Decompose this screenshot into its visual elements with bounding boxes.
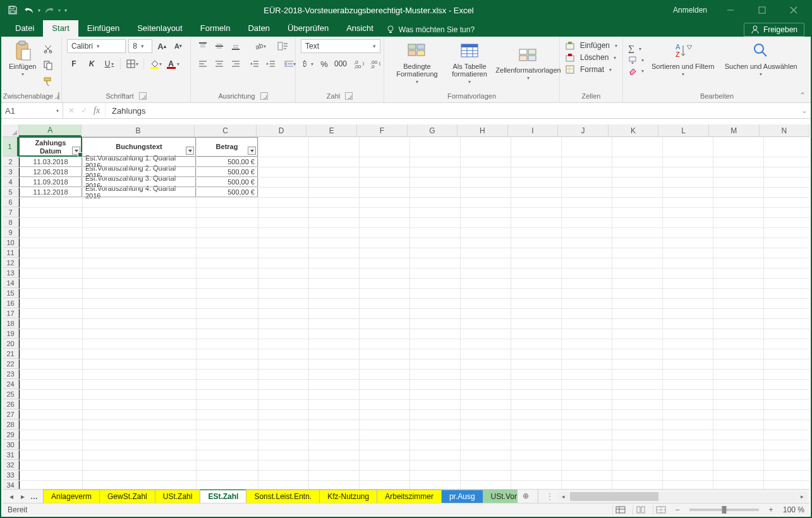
wrap-text-icon[interactable] [276,39,290,53]
underline-button[interactable]: U▾ [102,57,116,71]
table-header-cell[interactable]: Betrag [196,137,258,157]
font-name-combo[interactable]: Calibri▾ [67,39,126,53]
row-header[interactable]: 14 [3,278,18,288]
decrease-font-icon[interactable]: A▾ [171,39,185,53]
column-headers[interactable]: ABCDEFGHIJKLMN [19,124,809,137]
row-header[interactable]: 21 [3,349,18,359]
row-header[interactable]: 11 [3,248,18,258]
clipboard-dialog-launcher[interactable] [58,92,59,100]
align-left-icon[interactable] [196,57,210,71]
align-right-icon[interactable] [229,57,243,71]
conditional-formatting-button[interactable]: Bedingte Formatierung▾ [389,39,445,87]
row-header[interactable]: 19 [3,328,18,339]
save-icon[interactable] [5,3,20,18]
borders-icon[interactable]: ▾ [124,57,140,71]
row-header[interactable]: 4 [3,177,18,187]
sheet-tab[interactable]: USt.Vor [483,490,518,503]
column-header[interactable]: D [257,124,307,136]
table-cell[interactable]: 11.12.2018 [19,187,82,197]
page-break-view-icon[interactable] [653,505,669,515]
table-cell[interactable]: Est.Vorauszahlung 4. Quartal 2016 [82,187,196,197]
column-header[interactable]: K [609,124,659,136]
zoom-out-button[interactable]: − [673,505,682,514]
row-headers[interactable]: 1234567891011121314151617181920212223242… [3,137,19,489]
row-header[interactable]: 32 [3,460,18,470]
fx-icon[interactable]: fx [94,105,100,116]
column-header[interactable]: L [658,124,709,136]
sheet-tab[interactable]: Arbeitszimmer [377,490,442,503]
column-header[interactable]: E [306,124,357,136]
format-as-table-button[interactable]: Als Tabelle formatieren▾ [445,39,494,87]
column-header[interactable]: N [760,124,809,136]
row-header[interactable]: 2 [3,157,18,167]
tab-insert[interactable]: Einfügen [78,20,128,37]
autosum-button[interactable]: ∑▾ [628,44,644,54]
row-header[interactable]: 28 [3,419,18,430]
decrease-indent-icon[interactable] [248,57,262,71]
row-header[interactable]: 22 [3,359,18,369]
column-header[interactable]: A [19,124,82,136]
column-header[interactable]: B [82,124,195,136]
number-format-combo[interactable]: Text▾ [301,39,380,53]
align-bottom-icon[interactable] [229,39,243,53]
zoom-in-button[interactable]: + [767,505,775,514]
sheet-tab[interactable]: GewSt.Zahl [99,490,155,503]
align-top-icon[interactable] [196,39,210,53]
row-header[interactable]: 26 [3,399,18,409]
row-header[interactable]: 20 [3,339,18,349]
sheet-nav-more-icon[interactable]: … [29,492,39,501]
row-header[interactable]: 18 [3,318,18,328]
row-header[interactable]: 15 [3,288,18,298]
close-icon[interactable] [779,1,808,19]
delete-cells-button[interactable]: Löschen▾ [565,52,617,63]
table-cell[interactable]: 12.06.2018 [19,167,82,177]
table-cell[interactable]: 11.09.2018 [19,177,82,187]
row-header[interactable]: 25 [3,389,18,399]
maximize-icon[interactable] [748,1,777,19]
alignment-dialog-launcher[interactable] [260,92,268,100]
row-header[interactable]: 16 [3,298,18,308]
row-header[interactable]: 34 [3,480,18,489]
cell-styles-button[interactable]: Zellenformatvorlagen▾ [494,43,562,83]
share-button[interactable]: Freigeben [744,23,804,37]
formula-input[interactable]: Zahlungs [106,103,798,118]
table-cell[interactable]: 11.03.2018 [19,157,82,167]
sheet-tab[interactable]: USt.Zahl [155,490,201,503]
find-select-button[interactable]: Suchen und Auswählen▾ [722,39,800,79]
font-color-icon[interactable]: A▾ [167,57,181,71]
cancel-formula-icon[interactable]: ✕ [68,106,75,115]
sheet-tab[interactable]: ESt.Zahl [200,490,246,503]
format-cells-button[interactable]: Format▾ [565,64,617,75]
row-header[interactable]: 5 [3,187,18,197]
filter-dropdown-icon[interactable] [72,147,80,155]
sheet-tab[interactable]: Sonst.Leist.Entn. [246,490,320,503]
tab-file[interactable]: Datei [6,20,43,37]
collapse-ribbon-icon[interactable]: ⌃ [799,91,806,100]
table-cell[interactable]: 500,00 € [196,187,258,197]
row-header[interactable]: 12 [3,258,18,268]
column-header[interactable]: J [558,124,609,136]
orientation-icon[interactable]: ab▾ [253,39,267,53]
row-header[interactable]: 29 [3,430,18,440]
row-header[interactable]: 9 [3,227,18,238]
column-header[interactable]: H [458,124,508,136]
zoom-level[interactable]: 100 % [783,505,804,514]
worksheet-grid[interactable]: ABCDEFGHIJKLMN 1234567891011121314151617… [3,124,809,489]
fill-color-icon[interactable]: ▾ [148,57,163,71]
column-header[interactable]: C [195,124,256,136]
row-header[interactable]: 31 [3,450,18,460]
table-header-cell[interactable]: Zahlungs Datum [19,137,82,157]
row-header[interactable]: 13 [3,268,18,278]
column-header[interactable]: F [357,124,408,136]
merge-center-icon[interactable]: ▾ [283,57,297,71]
column-header[interactable]: I [508,124,559,136]
tab-home[interactable]: Start [43,20,78,37]
row-header[interactable]: 10 [3,238,18,248]
select-all-button[interactable] [3,124,19,137]
hscroll-right-icon[interactable]: ▸ [797,492,807,501]
table-cell[interactable]: 500,00 € [196,157,258,167]
italic-button[interactable]: K [85,57,99,71]
row-header[interactable]: 27 [3,409,18,419]
row-header[interactable]: 3 [3,167,18,177]
add-sheet-button[interactable]: ⊕ [518,490,534,503]
